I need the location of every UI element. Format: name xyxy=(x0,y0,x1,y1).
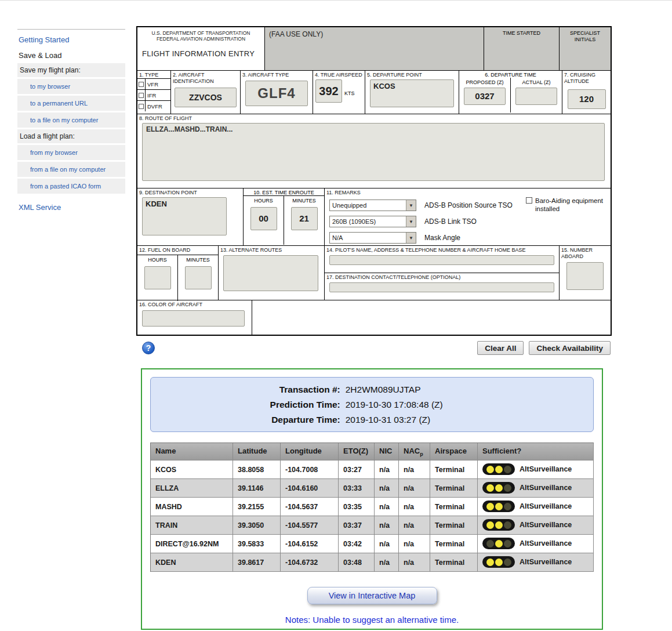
field-cruising-altitude: 7. CRUISING ALTITUDE 120 xyxy=(562,71,611,114)
actual-time-input[interactable] xyxy=(515,88,557,105)
baro-aiding-label: Baro-Aiding equipment installed xyxy=(535,197,608,213)
help-icon[interactable]: ? xyxy=(142,342,155,354)
cell-nic: n/a xyxy=(375,535,399,553)
cell-sufficient: AltSurveillance xyxy=(478,535,594,553)
cell-sufficient: AltSurveillance xyxy=(478,460,594,479)
fuel-hours-input[interactable] xyxy=(144,266,171,289)
pilot-name-label: 14. PILOT'S NAME, ADDRESS & TELEPHONE NU… xyxy=(325,246,559,253)
clear-all-button[interactable]: Clear All xyxy=(477,341,524,355)
alt-surveillance-label: AltSurveillance xyxy=(520,539,572,547)
field-type: 1. TYPE VFR IFR DVFR xyxy=(137,71,171,114)
check-availability-button[interactable]: Check Availability xyxy=(529,341,611,355)
cell-longitude: -104.6732 xyxy=(281,553,339,572)
cell-name: MASHD xyxy=(151,498,233,516)
prediction-time-value: 2019-10-30 17:08:48 (Z) xyxy=(346,398,593,411)
adsb-link-caption: ADS-B Link TSO xyxy=(424,217,477,226)
est-time-enroute-label: 10. EST. TIME ENROUTE xyxy=(244,188,324,196)
empty-cell xyxy=(252,300,611,335)
sidebar-item-xml-service[interactable]: XML Service xyxy=(17,198,125,215)
adsb-position-source-select[interactable]: Unequipped ▼ xyxy=(329,200,416,211)
agency-line-1: U.S. DEPARTMENT OF TRANSPORTATION xyxy=(137,30,264,36)
view-interactive-map-button[interactable]: View in Interactive Map xyxy=(307,587,437,604)
remarks-label: 11. REMARKS xyxy=(325,188,611,196)
sidebar-item-to-a-permanent-url[interactable]: to a permanent URL xyxy=(17,96,125,111)
cell-name: KCOS xyxy=(151,460,233,479)
alt-surveillance-label: AltSurveillance xyxy=(520,502,572,510)
sidebar-item-save-load: Save & Load xyxy=(17,48,125,63)
sidebar-item-from-a-pasted-icao-form[interactable]: from a pasted ICAO form xyxy=(17,179,125,194)
number-aboard-input[interactable] xyxy=(566,262,604,290)
cruising-altitude-input[interactable]: 120 xyxy=(568,89,606,109)
results-table: NameLatitudeLongitudeETO(Z)NICNACpAirspa… xyxy=(150,443,594,572)
alternate-routes-label: 13. ALTERNATE ROUTES xyxy=(219,246,324,253)
pilot-name-input[interactable] xyxy=(329,255,554,265)
cell-airspace: Terminal xyxy=(430,460,478,479)
fuel-on-board-label: 12. FUEL ON BOARD xyxy=(137,246,218,255)
notes-text: Notes: Unable to suggest an alternative … xyxy=(142,615,602,625)
alternate-routes-input[interactable] xyxy=(223,255,318,291)
color-of-aircraft-input[interactable] xyxy=(142,310,245,327)
form-row-route: 8. ROUTE OF FLIGHT ELLZA...MASHD...TRAIN… xyxy=(137,114,611,188)
aircraft-type-input[interactable]: GLF4 xyxy=(245,81,308,106)
sidebar-item-to-a-file-on-my-computer[interactable]: to a file on my computer xyxy=(17,113,125,128)
form-header-row: U.S. DEPARTMENT OF TRANSPORTATION FEDERA… xyxy=(137,27,611,71)
enroute-hours-input[interactable]: 00 xyxy=(250,207,277,230)
status-lights-icon xyxy=(482,519,515,531)
number-aboard-label: 15. NUMBER ABOARD xyxy=(560,246,611,260)
column-header-nic: NIC xyxy=(375,443,399,460)
ifr-label: IFR xyxy=(146,90,156,100)
cell-nacp: n/a xyxy=(399,516,430,535)
color-of-aircraft-label: 16. COLOR OF AIRCRAFT xyxy=(137,300,252,308)
sidebar-item-getting-started[interactable]: Getting Started xyxy=(17,31,125,48)
route-of-flight-input[interactable]: ELLZA...MASHD...TRAIN... xyxy=(142,123,605,181)
chevron-down-icon: ▼ xyxy=(406,200,416,211)
vfr-checkbox[interactable] xyxy=(139,82,144,87)
transaction-info-box: Transaction #: 2H2WM089UJTAP Prediction … xyxy=(150,377,594,432)
departure-point-label: 5. DEPARTURE POINT xyxy=(365,71,459,78)
form-row-12: 12. FUEL ON BOARD HOURS MINUTES 13. ALTE… xyxy=(137,246,611,300)
cell-airspace: Terminal xyxy=(430,498,478,516)
destination-contact-input[interactable] xyxy=(329,282,554,292)
field-aircraft-type: 3. AIRCRAFT TYPE GLF4 xyxy=(241,71,313,114)
cell-longitude: -104.7008 xyxy=(281,460,339,479)
enroute-minutes-input[interactable]: 21 xyxy=(291,207,318,230)
status-lights-icon xyxy=(482,538,515,549)
true-airspeed-label: 4. TRUE AIRSPEED xyxy=(313,71,365,78)
cell-sufficient: AltSurveillance xyxy=(478,516,594,535)
field-departure-point: 5. DEPARTURE POINT KCOS xyxy=(365,71,459,114)
adsb-position-source-value: Unequipped xyxy=(330,202,366,209)
sidebar-item-from-my-browser[interactable]: from my browser xyxy=(17,145,125,160)
fuel-minutes-label: MINUTES xyxy=(178,255,218,263)
aircraft-id-input[interactable]: ZZVCOS xyxy=(175,88,237,107)
status-lights-icon xyxy=(482,556,515,568)
dvfr-checkbox[interactable] xyxy=(139,104,144,109)
type-label: 1. TYPE xyxy=(137,71,170,78)
cell-eto-z: 03:48 xyxy=(339,553,375,572)
vfr-label: VFR xyxy=(146,79,158,89)
cell-eto-z: 03:42 xyxy=(339,535,375,553)
fuel-minutes-input[interactable] xyxy=(185,266,212,289)
baro-aiding-checkbox[interactable] xyxy=(526,197,532,204)
field-aircraft-identification: 2. AIRCRAFT IDENTIFICATION ZZVCOS xyxy=(171,71,241,114)
ifr-checkbox[interactable] xyxy=(139,93,144,98)
destination-point-input[interactable]: KDEN xyxy=(142,197,227,235)
mask-angle-value: N/A xyxy=(330,234,343,241)
departure-point-input[interactable]: KCOS xyxy=(370,79,454,107)
cell-eto-z: 03:27 xyxy=(339,460,375,479)
true-airspeed-input[interactable]: 392 xyxy=(315,79,342,103)
cell-airspace: Terminal xyxy=(430,516,478,535)
baro-aiding-field: Baro-Aiding equipment installed xyxy=(526,197,608,213)
form-row-16: 16. COLOR OF AIRCRAFT xyxy=(137,300,611,335)
mask-angle-select[interactable]: N/A ▼ xyxy=(329,232,416,244)
cell-nacp: n/a xyxy=(399,553,430,572)
field-pilot-info: 14. PILOT'S NAME, ADDRESS & TELEPHONE NU… xyxy=(325,246,560,300)
sidebar-item-to-my-browser[interactable]: to my browser xyxy=(17,79,125,94)
specialist-initials-cell: SPECIALIST INITIALS xyxy=(560,27,611,70)
agency-line-2: FEDERAL AVIATION ADMINISTRATION xyxy=(137,36,264,42)
adsb-link-select[interactable]: 260B (1090ES) ▼ xyxy=(329,216,416,227)
adsb-position-source-caption: ADS-B Position Source TSO xyxy=(424,201,513,209)
cell-longitude: -104.6152 xyxy=(281,535,339,553)
proposed-time-input[interactable]: 0327 xyxy=(464,88,506,105)
field-destination-point: 9. DESTINATION POINT KDEN xyxy=(137,188,244,245)
sidebar-item-from-a-file-on-my-computer[interactable]: from a file on my computer xyxy=(17,162,125,177)
